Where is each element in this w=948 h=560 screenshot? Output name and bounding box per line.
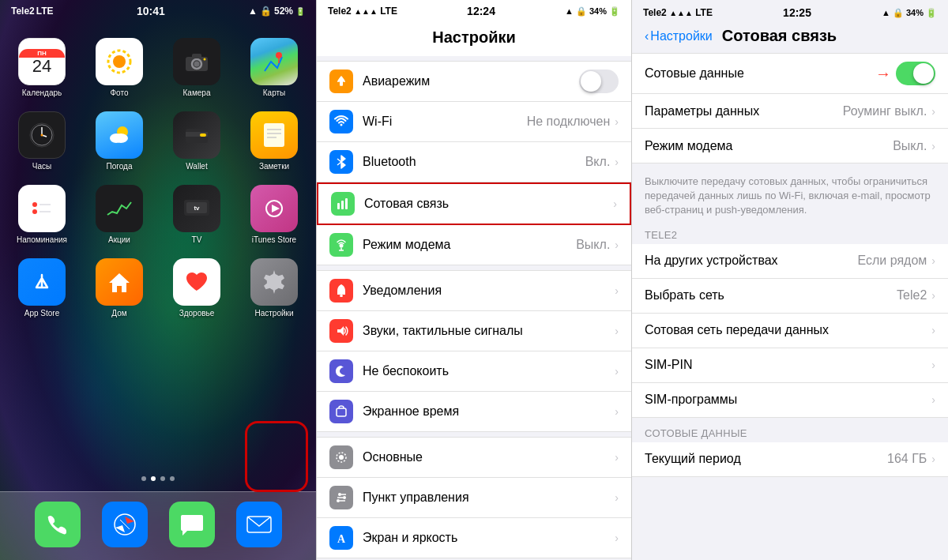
app-tv[interactable]: tv TV (165, 185, 228, 244)
sim-apps-chevron: › (931, 393, 935, 406)
settings-row-hotspot[interactable]: Режим модема Выкл. › (317, 225, 631, 265)
cellular-hotspot-chevron: › (931, 140, 935, 152)
svg-rect-50 (337, 408, 346, 416)
dock-safari[interactable] (102, 502, 148, 547)
cellular-hotspot-row[interactable]: Режим модема Выкл. › (632, 129, 948, 163)
dock (0, 491, 316, 560)
app-reminders-label: Напоминания (17, 235, 67, 244)
settings-section2: Уведомления › Звуки, тактильные сигналы … (317, 270, 631, 432)
cellular-data-label: Сотовые данные (645, 66, 875, 81)
screentime-icon (329, 400, 353, 423)
other-devices-row[interactable]: На других устройствах Если рядом › (632, 244, 948, 279)
app-health[interactable]: Здоровье (165, 258, 228, 318)
settings-row-sounds[interactable]: Звуки, тактильные сигналы › (317, 311, 631, 351)
time-home: 10:41 (54, 5, 249, 17)
data-options-chevron: › (931, 105, 935, 118)
other-devices-label: На других устройствах (645, 254, 858, 268)
data-options-value: Роуминг выкл. (843, 104, 927, 118)
carrier-settings: Tele2 ▲▲▲ LTE (328, 6, 397, 17)
settings-row-cellular[interactable]: Сотовая связь › (317, 182, 631, 225)
settings-row-bluetooth[interactable]: Bluetooth Вкл. › (317, 142, 631, 182)
app-photos[interactable]: Фото (88, 38, 151, 97)
airplane-label: Авиарежим (363, 74, 579, 88)
svg-rect-24 (28, 195, 55, 222)
svg-rect-20 (264, 123, 284, 147)
svg-marker-49 (337, 326, 344, 336)
svg-point-16 (114, 133, 128, 143)
back-button[interactable]: ‹ Настройки (645, 29, 713, 43)
cellular-network-label: Сотовая сеть передачи данных (645, 323, 931, 337)
cellular-description: Выключите передачу сотовых данных, чтобы… (632, 168, 948, 224)
sim-pin-row[interactable]: SIM-PIN › (632, 348, 948, 383)
app-weather[interactable]: Погода (88, 111, 151, 171)
dock-messages[interactable] (169, 502, 215, 547)
settings-panel: Tele2 ▲▲▲ LTE 12:24 ▲🔒34%🔋 Настройки Ави… (316, 0, 632, 560)
dock-mail[interactable] (236, 502, 282, 547)
app-settings[interactable]: Настройки (243, 258, 306, 318)
cellular-chevron: › (613, 197, 617, 210)
svg-rect-5 (192, 54, 201, 58)
app-maps[interactable]: Карты (243, 38, 306, 97)
data-options-row[interactable]: Параметры данных Роуминг выкл. › (632, 94, 948, 129)
cellular-panel: Tele2 ▲▲▲ LTE 12:25 ▲🔒34%🔋 ‹ Настройки С… (632, 0, 948, 560)
app-home2[interactable]: Дом (88, 258, 151, 318)
settings-row-display[interactable]: A Экран и яркость › (317, 518, 631, 558)
app-reminders[interactable]: Напоминания (10, 185, 73, 244)
app-notes-label: Заметки (259, 162, 289, 171)
time-settings: 12:24 (467, 5, 495, 17)
settings-row-notifications[interactable]: Уведомления › (317, 270, 631, 311)
app-camera[interactable]: Камера (165, 38, 228, 97)
page-dot-3 (160, 476, 165, 481)
dock-phone[interactable] (35, 502, 81, 547)
page-dot-4 (170, 476, 175, 481)
airplane-toggle[interactable] (579, 70, 619, 93)
network-home: LTE (36, 6, 54, 17)
settings-row-airplane[interactable]: Авиарежим (317, 61, 631, 102)
app-grid: ПН 24 Календарь Фото Камера Карты (0, 22, 316, 318)
controlcenter-icon (329, 486, 353, 509)
app-wallet[interactable]: Wallet (165, 111, 228, 171)
app-stocks[interactable]: Акции (88, 185, 151, 244)
general-label: Основные (363, 450, 615, 464)
settings-row-wifi[interactable]: Wi-Fi Не подключен › (317, 102, 631, 142)
general-chevron: › (615, 451, 619, 464)
app-maps-label: Карты (263, 88, 286, 97)
svg-point-13 (41, 134, 43, 137)
bluetooth-chevron: › (615, 156, 619, 168)
choose-network-label: Выбрать сеть (645, 288, 897, 303)
app-itunes[interactable]: iTunes Store (243, 185, 306, 244)
wifi-value: Не подключен (527, 115, 611, 129)
svg-text:tv: tv (194, 205, 200, 212)
display-chevron: › (615, 532, 619, 544)
choose-network-row[interactable]: Выбрать сеть Tele2 › (632, 279, 948, 314)
settings-row-dnd[interactable]: Не беспокоить › (317, 351, 631, 392)
hotspot-label: Режим модема (363, 238, 576, 252)
display-icon: A (329, 526, 353, 550)
app-settings-label: Настройки (254, 309, 293, 318)
status-bar-cellular: Tele2 ▲▲▲ LTE 12:25 ▲🔒34%🔋 (632, 0, 948, 24)
svg-text:A: A (337, 533, 346, 545)
settings-row-general[interactable]: Основные › (317, 437, 631, 478)
app-clock[interactable]: Часы (10, 111, 73, 171)
hotspot-chevron: › (615, 239, 619, 251)
cellular-main-section: Сотовые данные → Параметры данных Роумин… (632, 53, 948, 163)
settings-row-screentime[interactable]: Экранное время › (317, 392, 631, 432)
current-period-label: Текущий период (645, 452, 887, 466)
wifi-chevron: › (615, 115, 619, 128)
sim-apps-row[interactable]: SIM-программы › (632, 383, 948, 418)
screentime-chevron: › (615, 405, 619, 418)
choose-network-chevron: › (931, 289, 935, 302)
cellular-data-row[interactable]: Сотовые данные → (632, 53, 948, 94)
cellular-network-row[interactable]: Сотовая сеть передачи данных › (632, 314, 948, 348)
current-period-chevron: › (931, 453, 935, 465)
app-calendar[interactable]: ПН 24 Календарь (10, 38, 73, 97)
cell-data-section-header: СОТОВЫЕ ДАННЫЕ (632, 423, 948, 442)
svg-point-25 (32, 202, 37, 207)
app-appstore[interactable]: App Store (10, 258, 73, 318)
app-notes[interactable]: Заметки (243, 111, 306, 171)
settings-row-controlcenter[interactable]: Пункт управления › (317, 478, 631, 518)
current-period-row[interactable]: Текущий период 164 ГБ › (632, 442, 948, 477)
cellular-data-toggle[interactable] (896, 62, 935, 85)
svg-point-0 (113, 55, 126, 68)
choose-network-value: Tele2 (897, 288, 927, 303)
